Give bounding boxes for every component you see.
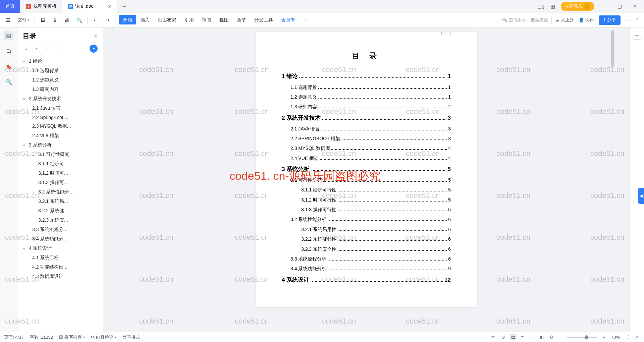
outline-item[interactable]: ∨1 绪论 — [17, 57, 103, 66]
window-minimize[interactable]: — — [598, 0, 610, 13]
toc-row[interactable]: 2.1 JAVA 语言3 — [282, 124, 451, 134]
menu-会员专[interactable]: 会员专 — [277, 15, 299, 24]
chevron-down-icon[interactable]: ∨ — [32, 153, 37, 157]
focus-mode-icon[interactable]: ⊙ — [500, 334, 506, 340]
zoom-thumb[interactable] — [585, 335, 588, 339]
new-tab-button[interactable]: ＋ — [117, 0, 131, 13]
outline-item[interactable]: 3.1.2 时间可... — [17, 169, 103, 178]
outline-icon[interactable]: ▤ — [4, 31, 13, 40]
outline-item[interactable]: 1.1 选题背景 — [17, 66, 103, 75]
view-read-icon[interactable]: ▭ — [528, 334, 535, 340]
menu-scroll-right-icon[interactable]: › — [301, 15, 311, 25]
document-canvas[interactable]: 目 录 1 绪论11.1 选题背景11.2 选题意义11.3 研究内容22 系统… — [103, 27, 629, 332]
layout-icon[interactable]: ▢▯ — [537, 2, 545, 10]
search-panel-icon[interactable]: 🔍 — [4, 77, 13, 87]
outline-item[interactable]: 3.2.1 系统易... — [17, 197, 103, 206]
collapse-all-icon[interactable]: ∨ — [23, 45, 30, 52]
outline-item[interactable]: 4.1 系统目标 — [17, 253, 103, 263]
vertical-scrollbar[interactable] — [610, 27, 614, 332]
tab-home[interactable]: 首页 — [0, 0, 20, 13]
tab-window-icon[interactable]: ▭ — [99, 4, 102, 9]
bookmark-icon[interactable]: 🔖 — [4, 62, 13, 71]
view-page-icon[interactable]: ▤ — [510, 334, 517, 340]
toc-row[interactable]: 3 系统分析5 — [282, 163, 451, 175]
menu-引用[interactable]: 引用 — [180, 15, 198, 24]
chevron-down-icon[interactable]: ∨ — [23, 247, 28, 250]
menu-插入[interactable]: 插入 — [136, 15, 154, 24]
page-indicator[interactable]: 页面: 4/37 — [4, 334, 24, 340]
expand-all-icon[interactable]: ∧ — [33, 45, 40, 52]
login-button[interactable]: 立即登录 — [561, 2, 594, 11]
toc-row[interactable]: 2.3 MYSQL 数据库4 — [282, 144, 451, 153]
fullscreen-icon[interactable]: ⤢ — [634, 334, 640, 340]
toc-row[interactable]: 3.2.1 系统易用性6 — [282, 225, 451, 234]
view-web-icon[interactable]: ◧ — [538, 334, 545, 340]
window-maximize[interactable]: ▢ — [614, 0, 625, 13]
menu-开始[interactable]: 开始 — [119, 15, 136, 24]
tab-document[interactable]: W 论文.doc ▭ ✕ — [62, 0, 117, 13]
fit-page-icon[interactable]: ⛶ — [623, 334, 630, 340]
outline-item[interactable]: 3.3 系统流程分 ... — [17, 225, 103, 234]
file-menu[interactable]: 文件 ▾ — [15, 15, 32, 25]
tab-close-icon[interactable]: ✕ — [108, 4, 112, 9]
outline-item[interactable]: ∨3.1 可行性研究 — [17, 150, 103, 159]
spell-check[interactable]: ☑拼写检查▾ — [59, 334, 85, 340]
chevron-down-icon[interactable]: ∨ — [23, 60, 28, 63]
chevron-down-icon[interactable]: ∨ — [32, 190, 37, 194]
menu-审阅[interactable]: 审阅 — [198, 15, 215, 24]
toc-row[interactable]: 3.1.3 操作可行性5 — [282, 205, 451, 215]
outline-item[interactable]: 2.3 MYSQL 数据... — [17, 122, 103, 131]
print-preview-icon[interactable]: 🔍 — [74, 15, 85, 25]
zoom-slider[interactable] — [567, 337, 597, 338]
menu-开发工具[interactable]: 开发工具 — [250, 15, 277, 24]
menu-视图[interactable]: 视图 — [215, 15, 233, 24]
print-icon[interactable]: 🖶 — [62, 15, 72, 25]
toc-row[interactable]: 2.2 SPRINGBOOT 框架3 — [282, 134, 451, 144]
outline-item[interactable]: 3.4 系统功能分 ... — [17, 234, 103, 244]
toc-row[interactable]: 2 系统开发技术3 — [282, 112, 451, 124]
window-close[interactable]: ✕ — [629, 0, 641, 13]
toc-row[interactable]: 1.3 研究内容2 — [282, 102, 451, 112]
toc-row[interactable]: 1.2 选题意义1 — [282, 92, 451, 102]
content-check[interactable]: ⟳内容检查▾ — [91, 334, 116, 340]
hamburger-icon[interactable]: ☰ — [3, 15, 13, 25]
zoom-in-icon[interactable]: ＋ — [601, 334, 608, 341]
toc-row[interactable]: 4 系统设计12 — [282, 274, 451, 286]
toc-row[interactable]: 3.1 可行性研究5 — [282, 175, 451, 185]
toc-row[interactable]: 2.4 VUE 框架4 — [282, 154, 451, 163]
chevron-down-icon[interactable]: ∨ — [23, 144, 28, 147]
ai-assist-icon[interactable]: ✦ — [90, 45, 98, 53]
redo-icon[interactable]: ↷ — [102, 15, 113, 25]
undo-icon[interactable]: ↶ — [90, 15, 101, 25]
word-count[interactable]: 字数: 11252 — [30, 334, 53, 340]
outline-item[interactable]: 3.2.3 系统安... — [17, 216, 103, 225]
toc-row[interactable]: 1 绪论1 — [282, 70, 451, 82]
outline-item[interactable]: 2.4 Vue 框架 — [17, 131, 103, 140]
compat-mode[interactable]: 兼容模式 — [122, 334, 140, 340]
outline-tree[interactable]: ∨1 绪论1.1 选题背景1.2 选题意义1.3 研究内容∨2 系统开发技术2.… — [17, 55, 103, 332]
toc-row[interactable]: 3.1.1 经济可行性5 — [282, 185, 451, 195]
outline-item[interactable]: 2.1 Java 语言 — [17, 104, 103, 113]
scrollbar-thumb[interactable] — [611, 30, 614, 67]
toc-row[interactable]: 1.1 选题背景1 — [282, 82, 451, 92]
apps-grid-icon[interactable]: ▦ — [549, 2, 557, 10]
outline-item[interactable]: 3.1.3 操作可... — [17, 178, 103, 187]
toc-row[interactable]: 3.2 系统性能分析6 — [282, 215, 451, 224]
eye-protect-icon[interactable]: 👁 — [490, 334, 497, 340]
outline-close-icon[interactable]: ✕ — [93, 33, 98, 39]
toc-row[interactable]: 3.2.3 系统安全性6 — [282, 244, 451, 254]
folder-icon[interactable]: 🗀 — [4, 46, 13, 56]
outline-item[interactable]: 1.3 研究内容 — [17, 85, 103, 94]
view-outline-icon[interactable]: ≡ — [520, 334, 525, 340]
toggle-right-panel-icon[interactable]: ⇥ — [632, 31, 642, 40]
zoom-out-icon[interactable]: − — [558, 334, 564, 340]
toolbar-expand-icon[interactable]: ⌃ — [633, 15, 641, 25]
tab-templates[interactable]: ♥ 找稻壳模板 — [20, 0, 62, 13]
outline-item[interactable]: ∨3.2 系统性能分 ... — [17, 187, 103, 197]
toc-row[interactable]: 3.4 系统功能分析9 — [282, 264, 451, 274]
remove-heading-icon[interactable]: － — [53, 45, 60, 52]
cloud-status[interactable]: ☁未上云 — [555, 17, 574, 23]
settings-icon[interactable]: ⚙ — [548, 334, 555, 340]
outline-item[interactable]: ∨3 系统分析 — [17, 140, 103, 150]
toc-row[interactable]: 3.2.2 系统健壮性6 — [282, 234, 451, 244]
